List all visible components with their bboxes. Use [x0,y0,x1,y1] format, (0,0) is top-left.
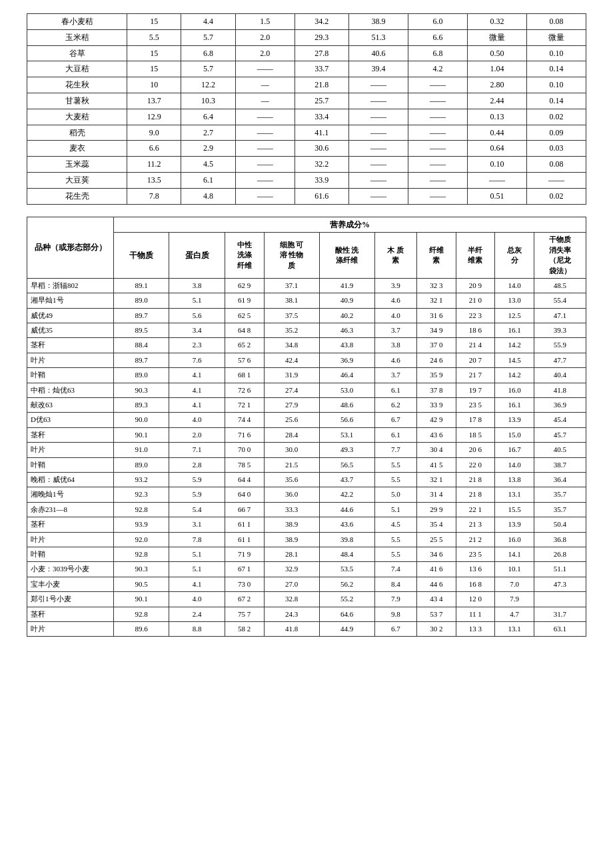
table2-cell: 42.2 [319,487,374,502]
table2-cell: 4.5 [374,517,416,532]
table1-cell: 0.08 [526,157,586,173]
table2-cell: 35.7 [534,487,586,502]
table2-cell: 89.7 [114,353,169,367]
table2-cell: 8.4 [374,577,416,591]
table1-cell: 0.64 [467,141,526,157]
table2-cell: 12.5 [495,308,534,323]
table2-cell: 44.9 [319,621,374,636]
crop-name: 麦衣 [27,141,127,157]
table2-cell: 53.5 [319,562,374,577]
table1-cell: 4.2 [408,61,468,77]
col-adf: 酸性 洗涤纤维 [319,233,374,279]
table1-cell: 0.51 [467,188,526,204]
table2-cell: 7.4 [374,562,416,577]
table2-cell: 7.9 [374,592,416,607]
table2-cell: 21 3 [456,517,495,532]
variety-name: 叶片 [27,353,114,367]
table2-cell: 32.9 [264,562,319,577]
table2-cell: 26.8 [534,547,586,561]
table1-cell: 1.04 [467,61,526,77]
table1-cell: 51.3 [349,29,408,45]
table1-cell: 4.8 [181,188,235,204]
table1-cell: 25.7 [295,93,348,109]
table1-cell: 30.6 [295,141,348,157]
variety-name: 叶鞘 [27,457,114,472]
table2-cell: 4.1 [169,383,225,397]
table2-cell: 9.8 [374,607,416,621]
table2-cell: 68 1 [225,368,264,383]
table2-cell [534,592,586,607]
table2-cell: 43 6 [417,427,456,442]
table2-cell: 21 8 [456,473,495,487]
col-dm: 干物质 [114,233,169,279]
col-fiber: 纤维素 [417,233,456,279]
table1-cell: 2.0 [235,29,295,45]
table2-cell: 40.2 [319,308,374,323]
table2-cell: 5.5 [374,473,416,487]
table2-cell: 46.3 [319,323,374,338]
table1-cell: 0.09 [526,125,586,141]
table1-cell: 0.14 [526,93,586,109]
table2-cell: 35.7 [534,502,586,517]
table1-cell: 15 [127,14,181,30]
crop-name: 花生壳 [27,188,127,204]
table2-cell: 90.1 [114,427,169,442]
table2-cell: 43 4 [417,592,456,607]
table2-cell: 3.8 [169,278,225,293]
table2-cell: 90.3 [114,562,169,577]
table1-cell: 0.03 [526,141,586,157]
table2-cell: 22 0 [456,457,495,472]
table2-cell: 21 2 [456,532,495,547]
table2-cell: 41 5 [417,457,456,472]
table2-cell: 4.1 [169,368,225,383]
variety-name: 叶鞘 [27,547,114,561]
table2-cell: 89.7 [114,308,169,323]
table1-cell: —— [235,157,295,173]
table2: 品种（或形态部分） 营养成分% 干物质 蛋白质 中性洗涤纤维 细胞 可溶 性物质… [27,217,586,637]
table2-cell: 23 5 [456,547,495,561]
table2-cell: 12 0 [456,592,495,607]
table1-cell: 10.3 [181,93,235,109]
col-variety: 品种（或形态部分） [27,217,114,278]
table2-cell: 67 1 [225,562,264,577]
table2-cell: 92.8 [114,547,169,561]
table2-cell: 41.8 [264,621,319,636]
table2-cell: 38.9 [264,517,319,532]
table2-cell: 92.8 [114,502,169,517]
table2-cell: 35 4 [417,517,456,532]
table2-cell: 4.0 [374,308,416,323]
table2-cell: 35.6 [264,473,319,487]
table2-cell: 62 5 [225,308,264,323]
table2-cell: 48.6 [319,398,374,413]
crop-name: 玉米蕊 [27,157,127,173]
table2-cell: 61 9 [225,293,264,308]
table1-cell: 6.6 [127,141,181,157]
variety-name: 茎秆 [27,607,114,621]
table2-cell: 36.9 [319,353,374,367]
table2-cell: 47.3 [534,577,586,591]
table2-cell: 48.4 [319,547,374,561]
table2-cell: 16.0 [495,383,534,397]
table2-cell: 4.0 [169,413,225,427]
table1-cell: —— [235,141,295,157]
table2-cell: 4.0 [169,592,225,607]
table2-cell: 36.4 [534,473,586,487]
table2-cell: 13.0 [495,293,534,308]
table2-cell: 10.1 [495,562,534,577]
table2-cell: 7.9 [495,592,534,607]
table2-cell: 51.1 [534,562,586,577]
table2-cell: 40.5 [534,443,586,457]
table1-cell: —— [235,61,295,77]
table2-cell: 27.0 [264,577,319,591]
variety-name: 宝丰小麦 [27,577,114,591]
table2-cell: 41.9 [319,278,374,293]
table1-cell: 6.0 [408,14,468,30]
table1-cell: —— [349,157,408,173]
table2-cell: 74 4 [225,413,264,427]
table2-cell: 13 6 [456,562,495,577]
table2-cell: 30 2 [417,621,456,636]
table2-cell: 13 3 [456,621,495,636]
table2-cell: 14.2 [495,368,534,383]
table2-cell: 14.5 [495,353,534,367]
table2-cell: 13.8 [495,473,534,487]
